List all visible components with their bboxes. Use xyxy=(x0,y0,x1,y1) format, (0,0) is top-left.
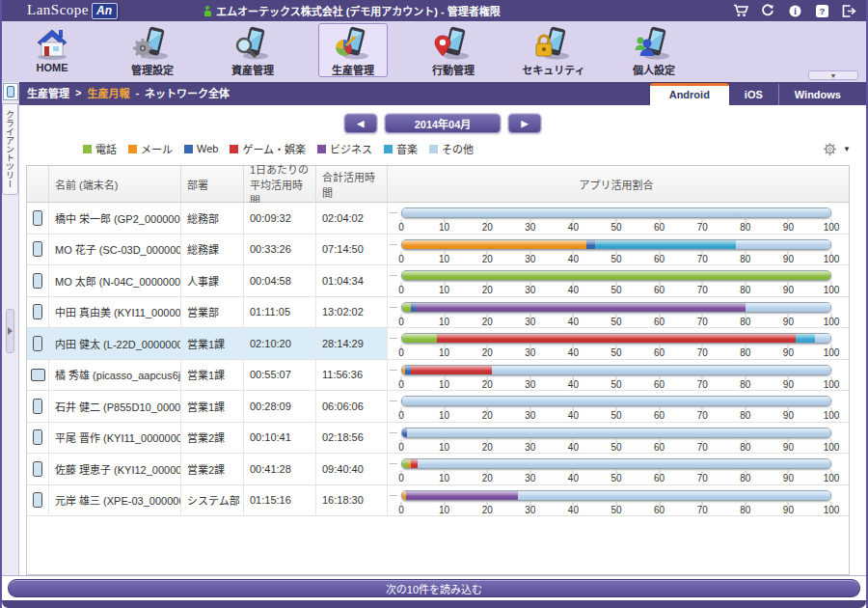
logout-icon[interactable] xyxy=(841,4,856,17)
axis-tick-label: 70 xyxy=(697,254,708,264)
nav-item-security[interactable]: セキュリティ xyxy=(519,23,588,77)
settings-icon xyxy=(132,26,173,61)
legend-toolbar: 電話メールWebゲーム・娯楽ビジネス音楽その他 ▼ xyxy=(19,138,866,159)
table-row[interactable]: MO 花子 (SC-03D_00000000 総務課 00:33:26 07:1… xyxy=(27,235,849,266)
usage-bar xyxy=(401,396,831,406)
bar-segment-other xyxy=(418,459,830,468)
nav-item-asset-search[interactable]: 資産管理 xyxy=(218,23,287,77)
app-window: LanScope An エムオーテックス株式会社 (デモ用アカウント) - 管理… xyxy=(0,0,868,608)
nav-item-personal[interactable]: 個人設定 xyxy=(619,23,689,77)
breadcrumb-dash: - xyxy=(135,87,139,98)
prev-month-button[interactable]: ◀ xyxy=(344,114,377,133)
axis-tick-label: 0 xyxy=(398,379,404,390)
axis-tick-label: 40 xyxy=(568,505,579,515)
table-row[interactable]: 平尾 晋作 (KYI11_000000004 営業2課 00:10:41 02:… xyxy=(27,423,849,455)
axis-tick-label: 100 xyxy=(824,254,840,264)
axis-tick-label: 100 xyxy=(824,410,840,421)
table-row[interactable]: 内田 健太 (L-22D_000000004 営業1課 02:10:20 28:… xyxy=(27,328,849,360)
total-usage-cell: 13:02:02 xyxy=(316,297,388,328)
axis-labels: 0102030405060708090100 xyxy=(401,379,831,390)
phone-icon xyxy=(33,210,42,226)
current-month-button[interactable]: 2014年04月 xyxy=(385,114,501,133)
app-usage-ratio-cell: 0102030405060708090100 xyxy=(388,297,849,328)
refresh-icon[interactable] xyxy=(760,4,775,17)
tab-android[interactable]: Android xyxy=(650,83,729,105)
nav-item-settings[interactable]: 管理設定 xyxy=(118,23,187,77)
axis-tick-label: 10 xyxy=(439,442,449,453)
cart-icon[interactable] xyxy=(733,4,748,17)
load-more-button[interactable]: 次の10件を読み込む xyxy=(8,579,860,597)
legend-label: 電話 xyxy=(95,141,117,156)
tab-windows[interactable]: Windows xyxy=(778,84,856,105)
security-icon xyxy=(533,26,574,61)
axis-tick-label: 0 xyxy=(398,505,404,515)
client-tree-device-icon[interactable] xyxy=(3,83,18,100)
gear-caret-icon: ▼ xyxy=(843,145,851,153)
stacked-bar-chart: 0102030405060708090100 xyxy=(401,328,831,359)
legend-label: 音楽 xyxy=(396,141,418,156)
axis-tick-label: 70 xyxy=(697,222,708,233)
breadcrumb-section[interactable]: 生産管理 xyxy=(27,85,69,100)
axis-tick-label: 0 xyxy=(398,410,404,421)
monthly-report-table: 名前 (端末名) 部署 1日あたりの 平均活用時間 合計活用時間 アプリ活用割合… xyxy=(26,165,850,575)
nav-item-label: 管理設定 xyxy=(131,62,174,77)
nav-item-location[interactable]: 行動管理 xyxy=(419,23,488,77)
table-row[interactable]: 橋中 栄一郎 (GP2_000000000 総務部 00:09:32 02:04… xyxy=(27,203,849,235)
table-row[interactable]: 佐藤 理恵子 (KYI12_00000000 営業2課 00:41:28 09:… xyxy=(27,454,849,485)
title-bar: LanScope An エムオーテックス株式会社 (デモ用アカウント) - 管理… xyxy=(2,0,866,21)
nav-item-label: 個人設定 xyxy=(633,62,675,77)
axis-tick-label: 20 xyxy=(482,254,493,264)
device-cell xyxy=(27,391,49,422)
table-row[interactable]: 橘 秀雄 (picasso_aapcus6jp_ 営業1課 00:55:07 1… xyxy=(27,360,849,392)
tree-expand-handle[interactable] xyxy=(6,309,14,353)
axis-tick-label: 50 xyxy=(610,410,621,421)
legend-item-web: Web xyxy=(184,143,218,154)
location-icon xyxy=(433,26,474,61)
table-row[interactable]: 石井 健二 (P855D10_0000000 営業1課 00:28:09 06:… xyxy=(27,391,849,423)
table-row[interactable]: 中田 真由美 (KYI11_00000000 営業部 01:11:05 13:0… xyxy=(27,297,849,329)
bar-segment-other xyxy=(746,303,830,312)
axis-tick-label: 50 xyxy=(610,317,621,327)
department-cell: 営業部 xyxy=(181,297,244,328)
device-cell xyxy=(27,265,49,296)
nav-item-productivity[interactable]: 生産管理 xyxy=(318,23,388,77)
bar-segment-tel xyxy=(402,271,830,280)
legend-label: Web xyxy=(197,143,218,154)
app-usage-ratio-cell: 0102030405060708090100 xyxy=(388,235,849,265)
user-name-cell: 内田 健太 (L-22D_000000004 xyxy=(49,328,181,359)
info-icon[interactable]: i xyxy=(787,4,802,17)
axis-tick-label: 70 xyxy=(697,347,708,358)
legend-item-business: ビジネス xyxy=(317,141,372,156)
axis-tick-label: 60 xyxy=(654,505,665,515)
navbar-collapse-button[interactable]: ▼ xyxy=(808,70,858,80)
total-usage-cell: 28:14:29 xyxy=(316,328,388,359)
next-month-button[interactable]: ▶ xyxy=(508,114,541,133)
tab-ios[interactable]: iOS xyxy=(729,84,778,105)
settings-dropdown[interactable]: ▼ xyxy=(823,142,851,156)
axis-labels: 0102030405060708090100 xyxy=(401,222,831,233)
avg-usage-cell: 02:10:20 xyxy=(244,328,316,359)
axis-tick-label: 90 xyxy=(783,285,794,295)
axis-tick-label: 0 xyxy=(398,347,404,358)
bar-segment-other xyxy=(492,366,830,374)
axis-tick-label: 10 xyxy=(439,347,449,358)
table-row[interactable]: 元岸 雄三 (XPE-03_00000000 システム部 01:15:16 16… xyxy=(27,485,849,517)
phone-icon xyxy=(33,461,42,477)
axis-tick-label: 70 xyxy=(697,473,708,484)
axis-tick-label: 50 xyxy=(610,222,621,233)
app-usage-ratio-cell: 0102030405060708090100 xyxy=(388,423,849,454)
usage-bar xyxy=(401,428,831,438)
axis-tick-label: 40 xyxy=(568,473,579,484)
axis-tick-label: 0 xyxy=(398,254,404,264)
axis-tick-label: 90 xyxy=(783,347,794,358)
axis-tick-label: 80 xyxy=(740,505,750,515)
help-icon[interactable]: ? xyxy=(814,4,829,17)
axis-tick-label: 60 xyxy=(654,410,665,421)
table-row[interactable]: MO 太郎 (N-04C_000000005 人事課 00:04:58 01:0… xyxy=(27,265,849,297)
app-usage-ratio-cell: 0102030405060708090100 xyxy=(388,454,849,484)
bar-segment-mail xyxy=(402,240,586,249)
nav-item-home[interactable]: HOME xyxy=(17,23,87,77)
avg-usage-cell: 00:28:09 xyxy=(244,391,316,422)
axis-labels: 0102030405060708090100 xyxy=(401,442,831,453)
client-tree-tab[interactable]: クライアントツリー xyxy=(2,103,18,195)
